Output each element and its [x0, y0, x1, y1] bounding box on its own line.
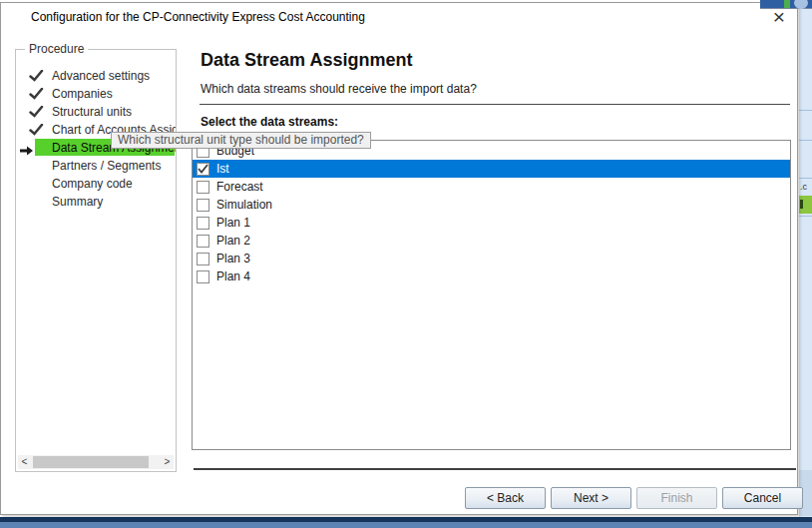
sidebar-item-summary[interactable]: Summary — [16, 193, 176, 211]
finish-button[interactable]: Finish — [636, 487, 717, 509]
check-icon — [29, 105, 44, 123]
list-item-plan-3[interactable]: Plan 3 — [193, 250, 790, 267]
background-logo-green — [784, 0, 790, 8]
checkbox[interactable] — [197, 181, 209, 194]
list-item-label: Ist — [216, 162, 229, 176]
list-item-plan-1[interactable]: Plan 1 — [193, 214, 790, 232]
arrow-right-icon — [20, 143, 33, 161]
check-icon — [29, 69, 44, 87]
page-subtitle: Which data streams should receive the im… — [201, 82, 477, 96]
scrollbar-thumb[interactable] — [33, 456, 149, 468]
sidebar-item-label: Company code — [52, 175, 133, 193]
list-item-label: Plan 3 — [216, 252, 250, 265]
window-title: Configuration for the CP-Connectivity Ex… — [31, 10, 365, 24]
background-green-badge — [799, 196, 812, 214]
scroll-right-icon[interactable]: > — [161, 455, 174, 469]
data-stream-listbox: Budget Ist Forecast Simulation Plan 1 Pl… — [192, 140, 791, 450]
check-icon — [29, 87, 44, 105]
list-item-ist[interactable]: Ist — [193, 160, 790, 178]
divider — [194, 468, 796, 470]
list-item-label: Plan 2 — [216, 234, 250, 248]
list-item-plan-4[interactable]: Plan 4 — [193, 267, 790, 285]
sidebar-item-structural-units[interactable]: Structural units — [16, 103, 176, 121]
screen: .c Configuration for the CP-Connectivity… — [0, 0, 812, 528]
divider — [799, 110, 812, 111]
background-logo-globe — [794, 0, 808, 9]
scroll-left-icon[interactable]: < — [18, 455, 31, 469]
check-icon — [29, 123, 44, 141]
sidebar-item-label: Advanced settings — [52, 67, 150, 85]
background-steel-strip — [0, 522, 812, 528]
background-window-strip: .c — [799, 0, 812, 528]
sidebar-item-label: Partners / Segments — [52, 157, 161, 175]
list-item-forecast[interactable]: Forecast — [193, 178, 790, 196]
divider — [799, 140, 812, 141]
list-item-label: Simulation — [216, 198, 272, 212]
procedure-group-label: Procedure — [25, 42, 88, 56]
cancel-button[interactable]: Cancel — [722, 487, 803, 509]
checkbox[interactable] — [197, 253, 209, 265]
sidebar-item-partners-segments[interactable]: Partners / Segments — [16, 157, 176, 175]
divider — [799, 178, 812, 179]
wizard-dialog: Configuration for the CP-Connectivity Ex… — [0, 2, 798, 515]
sidebar-horizontal-scrollbar[interactable]: < > — [18, 455, 174, 469]
list-item-label: Plan 1 — [216, 216, 250, 230]
background-text-fragment: .c — [800, 182, 807, 192]
procedure-groupbox: Advanced settings Companies Structural u… — [15, 49, 177, 472]
list-item-simulation[interactable]: Simulation — [193, 196, 790, 214]
list-item-label: Plan 4 — [216, 269, 250, 283]
divider — [200, 104, 790, 105]
checkbox[interactable] — [197, 235, 209, 248]
tooltip: Which structural unit type should be imp… — [111, 132, 371, 149]
background-titlebar-fragment — [760, 0, 812, 9]
back-button[interactable]: < Back — [465, 487, 546, 509]
sidebar-item-company-code[interactable]: Company code — [16, 175, 176, 193]
checkbox[interactable] — [197, 163, 209, 176]
checkbox[interactable] — [197, 217, 209, 230]
sidebar-item-label: Companies — [52, 85, 113, 103]
sidebar-item-advanced-settings[interactable]: Advanced settings — [16, 67, 176, 85]
sidebar-item-label: Structural units — [52, 103, 132, 121]
checkbox[interactable] — [197, 270, 209, 283]
sidebar-item-companies[interactable]: Companies — [16, 85, 176, 103]
list-item-plan-2[interactable]: Plan 2 — [193, 232, 790, 250]
next-button[interactable]: Next > — [551, 487, 631, 509]
page-title: Data Stream Assignment — [201, 50, 412, 71]
background-text-mark — [800, 200, 803, 209]
list-item-label: Forecast — [216, 180, 263, 194]
checkbox[interactable] — [197, 199, 209, 212]
data-streams-label: Select the data streams: — [201, 115, 338, 129]
checkmark-icon — [198, 164, 208, 174]
sidebar-item-label: Summary — [52, 193, 103, 211]
wizard-buttons: < BackNext >FinishCancel — [465, 487, 803, 509]
divider — [799, 216, 812, 217]
